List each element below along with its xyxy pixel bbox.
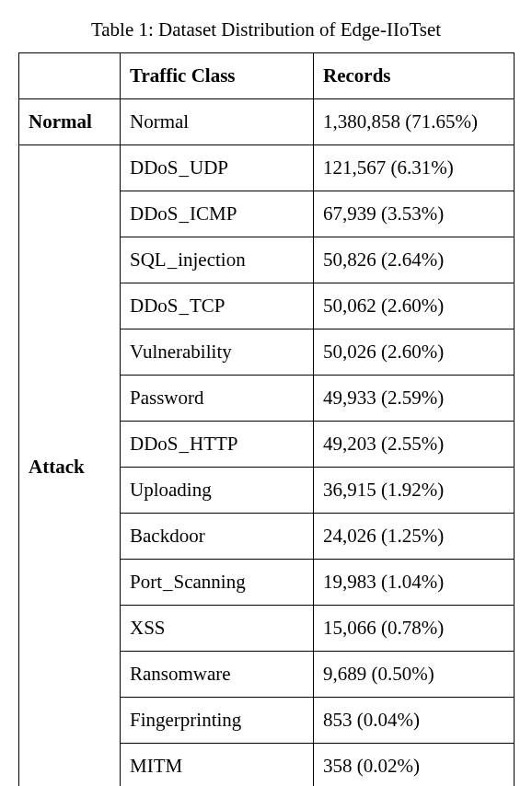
cell-records: 50,026 (2.60%) — [314, 329, 515, 376]
cell-traffic-class: Ransomware — [121, 652, 314, 698]
cell-traffic-class: Fingerprinting — [121, 698, 314, 744]
cell-traffic-class: Normal — [121, 99, 314, 145]
header-blank — [19, 53, 121, 99]
cell-records: 50,062 (2.60%) — [314, 283, 515, 329]
cell-traffic-class: MITM — [121, 744, 314, 787]
underscore-glyph: _ — [163, 571, 173, 594]
header-traffic-class: Traffic Class — [121, 53, 314, 99]
cell-records: 853 (0.04%) — [314, 698, 515, 744]
cell-records: 358 (0.02%) — [314, 744, 515, 787]
table-row: NormalNormal1,380,858 (71.65%) — [19, 99, 515, 145]
cell-records: 15,066 (0.78%) — [314, 606, 515, 652]
table-caption: Table 1: Dataset Distribution of Edge-II… — [18, 18, 514, 41]
table-header-row: Traffic Class Records — [19, 53, 515, 99]
cell-records: 24,026 (1.25%) — [314, 514, 515, 560]
cell-traffic-class: Password — [121, 376, 314, 422]
cell-records: 49,933 (2.59%) — [314, 376, 515, 422]
header-records: Records — [314, 53, 515, 99]
cell-traffic-class: Uploading — [121, 468, 314, 514]
cell-traffic-class: SQL_injection — [121, 237, 314, 283]
underscore-glyph: _ — [179, 156, 190, 179]
cell-traffic-class: Vulnerability — [121, 329, 314, 376]
cell-records: 49,203 (2.55%) — [314, 422, 515, 468]
cell-traffic-class: Backdoor — [121, 514, 314, 560]
cell-records: 50,826 (2.64%) — [314, 237, 515, 283]
cell-traffic-class: DDoS_TCP — [121, 283, 314, 329]
underscore-glyph: _ — [179, 295, 190, 318]
group-label: Attack — [19, 145, 121, 787]
cell-records: 19,983 (1.04%) — [314, 560, 515, 606]
cell-records: 67,939 (3.53%) — [314, 191, 515, 237]
group-label: Normal — [19, 99, 121, 145]
cell-records: 9,689 (0.50%) — [314, 652, 515, 698]
cell-traffic-class: DDoS_HTTP — [121, 422, 314, 468]
dataset-table: Traffic Class Records NormalNormal1,380,… — [18, 52, 515, 786]
cell-records: 36,915 (1.92%) — [314, 468, 515, 514]
underscore-glyph: _ — [179, 433, 190, 456]
cell-traffic-class: XSS — [121, 606, 314, 652]
underscore-glyph: _ — [179, 202, 190, 225]
cell-traffic-class: Port_Scanning — [121, 560, 314, 606]
cell-traffic-class: DDoS_UDP — [121, 145, 314, 191]
cell-traffic-class: DDoS_ICMP — [121, 191, 314, 237]
cell-records: 121,567 (6.31%) — [314, 145, 515, 191]
cell-records: 1,380,858 (71.65%) — [314, 99, 515, 145]
underscore-glyph: _ — [168, 249, 178, 272]
table-row: AttackDDoS_UDP121,567 (6.31%) — [19, 145, 515, 191]
